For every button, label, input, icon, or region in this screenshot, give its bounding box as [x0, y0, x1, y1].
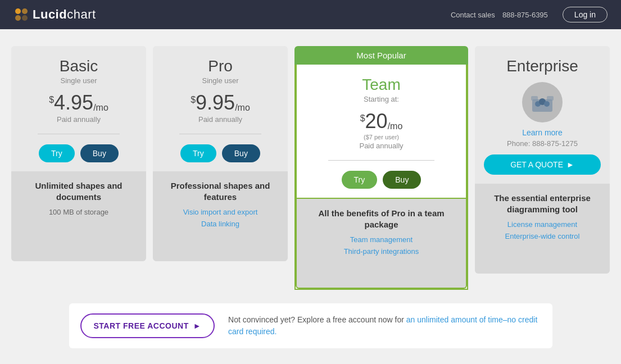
- enterprise-feature-title: The essential enterprise diagramming too…: [484, 193, 601, 215]
- team-period: /mo: [388, 121, 403, 131]
- pro-card-top: Pro Single user $ 9.95 /mo Paid annually…: [153, 46, 288, 171]
- enterprise-feature-1[interactable]: License management: [484, 220, 601, 229]
- team-title: Team: [362, 76, 400, 94]
- cta-link[interactable]: an unlimited amount of time–no credit ca…: [228, 315, 537, 336]
- basic-annually: Paid annually: [57, 115, 101, 124]
- basic-divider: [38, 134, 120, 134]
- team-card-bottom: All the benefits of Pro in a team packag…: [296, 199, 467, 289]
- enterprise-card: Enterprise Learn more Phone: 888-875-127…: [475, 46, 610, 274]
- pro-feature-2[interactable]: Data linking: [162, 220, 279, 228]
- team-icon-svg: [530, 92, 555, 113]
- svg-point-1: [22, 8, 28, 14]
- svg-point-0: [15, 8, 21, 14]
- logo: Lucidchart: [13, 7, 96, 22]
- pro-card: Pro Single user $ 9.95 /mo Paid annually…: [153, 46, 288, 261]
- basic-card: Basic Single user $ 4.95 /mo Paid annual…: [11, 46, 146, 261]
- pro-divider: [179, 134, 261, 134]
- enterprise-card-top: Enterprise Learn more Phone: 888-875-127…: [475, 46, 610, 184]
- enterprise-icon: [522, 82, 563, 122]
- login-button[interactable]: Log in: [563, 7, 608, 22]
- quote-arrow-icon: ►: [566, 160, 574, 169]
- svg-point-3: [22, 15, 28, 21]
- svg-rect-9: [547, 96, 554, 101]
- team-divider: [328, 160, 434, 161]
- team-price-note: ($7 per user): [364, 134, 399, 140]
- enterprise-phone: Phone: 888-875-1275: [507, 139, 578, 148]
- enterprise-quote-button[interactable]: GET A QUOTE ►: [484, 154, 601, 175]
- basic-buy-button[interactable]: Buy: [80, 144, 119, 162]
- basic-feature-1: 100 MB of storage: [20, 208, 137, 216]
- pro-card-bottom: Professional shapes and features Visio i…: [153, 171, 288, 261]
- quote-label: GET A QUOTE: [510, 160, 563, 169]
- team-try-button[interactable]: Try: [342, 171, 378, 189]
- logo-icon: [13, 7, 29, 22]
- cta-button-label: START FREE ACCOUNT: [94, 321, 189, 330]
- team-btn-row: Try Buy: [342, 171, 421, 189]
- contact-info: Contact sales 888-875-6395: [451, 11, 551, 19]
- pro-dollar: $: [191, 95, 196, 105]
- basic-btn-row: Try Buy: [39, 144, 119, 162]
- team-card-wrapper: Most Popular Team Starting at: $ 20 /mo …: [294, 46, 468, 290]
- pro-btn-row: Try Buy: [180, 144, 260, 162]
- enterprise-learn-more[interactable]: Learn more: [522, 128, 563, 137]
- team-card-top: Team Starting at: $ 20 /mo ($7 per user)…: [296, 65, 467, 199]
- svg-point-2: [15, 15, 21, 21]
- basic-subtitle: Single user: [60, 76, 97, 85]
- pro-period: /mo: [235, 103, 250, 113]
- pro-amount: 9.95: [196, 93, 235, 113]
- basic-amount: 4.95: [54, 93, 93, 113]
- basic-try-button[interactable]: Try: [39, 144, 75, 162]
- pro-title: Pro: [208, 57, 233, 75]
- enterprise-title: Enterprise: [506, 57, 578, 75]
- pro-try-button[interactable]: Try: [180, 144, 216, 162]
- team-price: $ 20 /mo: [360, 111, 403, 131]
- basic-title: Basic: [60, 57, 98, 75]
- pro-buy-button[interactable]: Buy: [222, 144, 260, 162]
- basic-price: $ 4.95 /mo: [49, 93, 108, 113]
- pro-feature-1[interactable]: Visio import and export: [162, 208, 279, 216]
- team-card: Team Starting at: $ 20 /mo ($7 per user)…: [294, 65, 468, 290]
- team-dollar: $: [360, 113, 365, 124]
- header: Lucidchart Contact sales 888-875-6395 Lo…: [0, 0, 621, 29]
- team-feature-2[interactable]: Third-party integrations: [306, 247, 457, 256]
- team-feature-1[interactable]: Team management: [306, 235, 457, 244]
- enterprise-card-bottom: The essential enterprise diagramming too…: [475, 184, 610, 274]
- pro-annually: Paid annually: [198, 115, 242, 124]
- pricing-cards: Basic Single user $ 4.95 /mo Paid annual…: [11, 46, 610, 290]
- svg-point-7: [544, 101, 550, 107]
- main-content: Basic Single user $ 4.95 /mo Paid annual…: [0, 29, 621, 360]
- basic-period: /mo: [93, 103, 108, 113]
- team-annually: Paid annually: [359, 142, 403, 150]
- pro-subtitle: Single user: [202, 76, 238, 85]
- cta-arrow-icon: ►: [193, 321, 201, 330]
- team-buy-button[interactable]: Buy: [383, 171, 421, 189]
- pro-price: $ 9.95 /mo: [191, 93, 250, 113]
- team-subtitle: Starting at:: [364, 95, 399, 103]
- header-right: Contact sales 888-875-6395 Log in: [451, 7, 608, 22]
- enterprise-feature-2[interactable]: Enterprise-wide control: [484, 232, 601, 240]
- basic-feature-title: Unlimited shapes and documents: [20, 180, 137, 202]
- svg-rect-8: [531, 96, 538, 101]
- basic-card-bottom: Unlimited shapes and documents 100 MB of…: [11, 171, 146, 261]
- logo-text: Lucidchart: [33, 7, 96, 22]
- cta-text: Not convinced yet? Explore a free accoun…: [228, 314, 541, 338]
- basic-card-top: Basic Single user $ 4.95 /mo Paid annual…: [11, 46, 146, 171]
- popular-badge: Most Popular: [294, 46, 468, 65]
- start-free-account-button[interactable]: START FREE ACCOUNT ►: [80, 313, 215, 338]
- team-feature-title: All the benefits of Pro in a team packag…: [306, 208, 457, 230]
- pro-feature-title: Professional shapes and features: [162, 180, 279, 202]
- team-amount: 20: [365, 111, 388, 131]
- basic-dollar: $: [49, 95, 54, 105]
- cta-section: START FREE ACCOUNT ► Not convinced yet? …: [69, 303, 552, 348]
